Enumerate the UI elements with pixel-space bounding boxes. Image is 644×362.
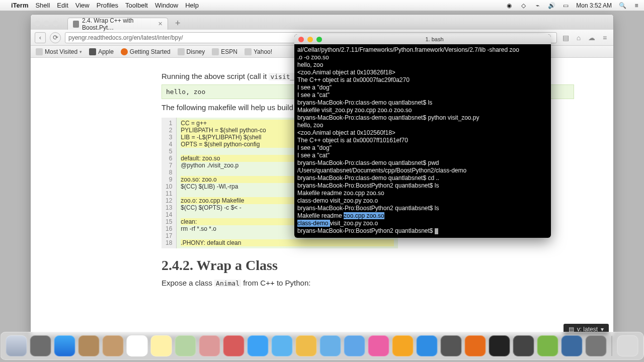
term-zoom[interactable] [316,37,322,42]
dock-launchpad[interactable] [30,335,51,356]
dock-virtualbox[interactable] [561,335,583,356]
reload-button[interactable]: ⟳ [50,32,61,43]
terminal-titlebar: 1. bash [294,34,551,44]
menu-help[interactable]: Help [185,2,199,9]
traffic-min[interactable] [44,21,49,26]
dock-messages[interactable] [248,335,269,356]
dock-keynote[interactable] [320,335,341,356]
dock-calendar[interactable] [127,335,148,356]
volume-icon[interactable]: 🔊 [548,2,555,9]
dropbox-icon[interactable]: ◇ [520,2,527,9]
record-icon[interactable]: ◉ [506,2,513,9]
section-heading: 2.4.2. Wrap a Class [162,257,613,274]
menu-toolbelt[interactable]: Toolbelt [125,2,148,9]
menu-shell[interactable]: Shell [35,2,50,9]
dock-sublime[interactable] [513,335,534,356]
term-min[interactable] [307,37,313,42]
url-text: pyengr.readthedocs.org/en/latest/inter/b… [68,34,183,41]
terminal-title: 1. bash [322,36,547,42]
dock-separator [612,336,612,356]
bookmark-most-visited[interactable]: Most Visited ▾ [36,48,82,55]
battery-icon[interactable]: ▭ [562,2,569,9]
term-close[interactable] [298,37,304,42]
dock-itunes[interactable] [368,335,389,356]
dock-appcleaner[interactable] [344,335,365,356]
line-numbers: 123456789101112131415161718 [162,118,177,248]
tab-favicon [73,21,79,28]
bookmark-getting-started[interactable]: Getting Started [121,48,171,55]
tab-title: 2.4. Wrap C++ with Boost.Pyt… [82,17,155,31]
dock-settings[interactable] [441,335,462,356]
tab-close-icon[interactable]: ✕ [158,21,163,27]
pocket-icon[interactable]: ☁ [587,33,596,42]
menu-edit[interactable]: Edit [57,2,68,9]
macos-menubar: iTerm Shell Edit View Profiles Toolbelt … [0,0,644,11]
menu-profiles[interactable]: Profiles [97,2,118,9]
menu-window[interactable]: Window [155,2,178,9]
menu-view[interactable]: View [75,2,90,9]
traffic-close[interactable] [35,21,40,26]
dock-photos[interactable] [199,335,220,356]
notification-center-icon[interactable]: ≡ [633,2,640,9]
bookmark-apple[interactable]: Apple [89,48,114,55]
dock-quicktime[interactable] [586,335,607,356]
dock-numbers[interactable] [175,335,196,356]
bookmark-yahoo[interactable]: Yahoo! [245,48,272,55]
dock-qt[interactable] [537,335,558,356]
spotlight-icon[interactable]: 🔍 [619,2,626,9]
bookmark-espn[interactable]: ESPN [212,48,237,55]
hamburger-icon[interactable]: ≡ [600,33,609,42]
browser-tab[interactable]: 2.4. Wrap C++ with Boost.Pyt… ✕ [67,18,168,30]
dock-finder[interactable] [6,335,27,356]
clock[interactable]: Mon 3:52 AM [576,2,612,9]
home-icon[interactable]: ⌂ [574,33,583,42]
back-button[interactable]: ‹ [35,32,46,43]
iterm-window[interactable]: 1. bash al/Cellar/python/2.7.11/Framewor… [294,34,551,238]
tab-strip: 2.4. Wrap C++ with Boost.Pyt… ✕ + [31,15,613,30]
dock-firefox[interactable] [465,335,486,356]
terminal-body[interactable]: al/Cellar/python/2.7.11/Frameworks/Pytho… [294,44,551,237]
traffic-zoom[interactable] [53,21,58,26]
dock-terminal[interactable] [489,335,510,356]
dock-mail[interactable] [272,335,293,356]
dock-safari[interactable] [54,335,75,356]
dock-ibooks[interactable] [392,335,414,356]
new-tab-button[interactable]: + [171,18,185,29]
dock [1,332,644,360]
dock-reminders[interactable] [151,335,172,356]
dock-preview[interactable] [296,335,317,356]
dock-trash[interactable] [617,335,638,356]
bookmark-disney[interactable]: Disney [178,48,205,55]
wifi-icon[interactable]: ⌁ [534,2,541,9]
dock-appstore[interactable] [417,335,438,356]
dock-pages[interactable] [223,335,245,356]
dock-notes[interactable] [103,335,124,356]
reader-icon[interactable]: ▤ [561,33,570,42]
dock-contacts[interactable] [78,335,100,356]
app-name[interactable]: iTerm [11,2,28,9]
paragraph-expose: Expose a class Animal from C++ to Python… [162,279,613,287]
